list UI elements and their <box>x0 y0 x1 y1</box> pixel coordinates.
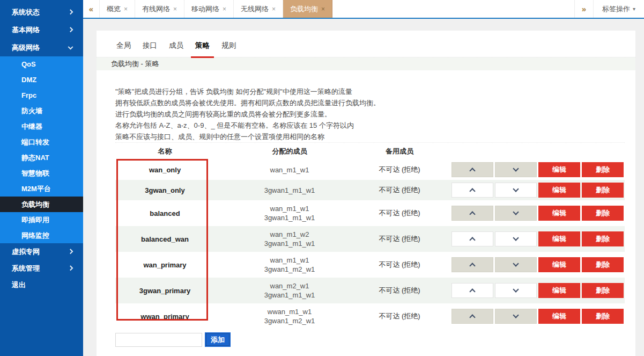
sidebar-item-网络监控[interactable]: 网络监控 <box>0 228 83 243</box>
close-icon[interactable]: × <box>223 5 226 13</box>
sidebar-item-负载均衡[interactable]: 负载均衡 <box>0 197 83 212</box>
edit-button[interactable]: 编辑 <box>538 257 580 272</box>
move-down-button[interactable] <box>495 183 537 198</box>
sidebar-item-退出[interactable]: 退出 <box>0 277 83 293</box>
move-up-button[interactable] <box>451 283 493 298</box>
sidebar-item-M2M平台[interactable]: M2M平台 <box>0 181 83 197</box>
tab-label: 移动网络 <box>191 4 219 14</box>
move-down-button[interactable] <box>495 162 537 177</box>
sidebar-item-QoS[interactable]: QoS <box>0 56 83 72</box>
section-tab-成员[interactable]: 成员 <box>164 41 189 57</box>
sidebar-item-防火墙[interactable]: 防火墙 <box>0 103 83 119</box>
tab-actions-dropdown[interactable]: 标签操作 ▾ <box>594 0 644 18</box>
chevron-right-icon <box>68 265 73 271</box>
member-name: 3gwan1_m1_w1 <box>214 290 365 300</box>
delete-button[interactable]: 删除 <box>582 309 624 324</box>
sidebar-item-中继器[interactable]: 中继器 <box>0 119 83 134</box>
tab-label: 有线网络 <box>142 4 170 14</box>
sidebar-item-即插即用[interactable]: 即插即用 <box>0 212 83 228</box>
section-tab-接口[interactable]: 接口 <box>137 41 162 57</box>
edit-button[interactable]: 编辑 <box>538 162 580 177</box>
member-name: 3gwan1_m1_w1 <box>214 239 365 248</box>
close-icon[interactable]: × <box>321 5 325 13</box>
sidebar-item-DMZ[interactable]: DMZ <box>0 72 83 88</box>
chevron-down-icon <box>513 235 519 241</box>
delete-button[interactable]: 删除 <box>582 283 624 298</box>
row-actions: 编辑删除 <box>451 283 624 298</box>
policy-name: wan_only <box>115 166 214 174</box>
scroll-tabs-right-button[interactable]: » <box>574 0 594 18</box>
sidebar-item-系统状态[interactable]: 系统状态 <box>0 3 83 21</box>
row-actions: 编辑删除 <box>451 162 624 177</box>
move-up-button[interactable] <box>451 183 493 198</box>
tab-移动网络[interactable]: 移动网络× <box>184 0 234 18</box>
edit-button[interactable]: 编辑 <box>538 183 580 198</box>
chevron-down-icon <box>513 209 519 215</box>
move-up-button[interactable] <box>451 309 493 324</box>
move-down-button[interactable] <box>495 309 537 324</box>
sidebar-item-高级网络[interactable]: 高级网络 <box>0 39 83 56</box>
edit-button[interactable]: 编辑 <box>538 283 580 298</box>
close-icon[interactable]: × <box>173 5 177 13</box>
tab-概览[interactable]: 概览× <box>100 0 135 18</box>
close-icon[interactable]: × <box>124 5 128 13</box>
new-policy-name-input[interactable] <box>115 333 202 347</box>
add-button[interactable]: 添加 <box>205 332 231 347</box>
table-row: wan_primarywan_m1_w13gwan1_m2_w1不可达 (拒绝)… <box>115 252 625 278</box>
table-row: wan_onlywan_m1_w1不可达 (拒绝)编辑删除 <box>115 159 625 180</box>
policy-members: 3gwan1_m1_w1 <box>214 186 365 195</box>
member-name: wan_m1_w1 <box>214 204 365 213</box>
scroll-tabs-left-button[interactable]: « <box>83 0 100 18</box>
caret-down-icon: ▾ <box>633 6 635 12</box>
tab-无线网络[interactable]: 无线网络× <box>234 0 283 18</box>
move-down-button[interactable] <box>495 283 537 298</box>
policy-name: 3gwan_primary <box>115 287 214 295</box>
policy-name: 3gwan_only <box>115 186 214 194</box>
tab-负载均衡[interactable]: 负载均衡× <box>283 0 332 18</box>
section-tab-策略[interactable]: 策略 <box>190 41 215 57</box>
delete-button[interactable]: 删除 <box>582 231 624 246</box>
sidebar-item-静态NAT[interactable]: 静态NAT <box>0 150 83 165</box>
sidebar-item-虚拟专网[interactable]: 虚拟专网 <box>0 243 83 260</box>
policy-description: "策略"把成员进行分组，告诉 负载均衡 如何分配"规则"中使用这一策略的流量拥有… <box>115 86 635 142</box>
delete-button[interactable]: 删除 <box>582 183 624 198</box>
table-row: wwan_primarywwan_m1_w13gwan1_m2_w1不可达 (拒… <box>115 303 625 329</box>
chevron-up-icon <box>469 188 475 194</box>
tab-label: 概览 <box>107 4 121 14</box>
breadcrumb: 负载均衡 - 策略 <box>97 57 635 70</box>
edit-button[interactable]: 编辑 <box>538 309 580 324</box>
chevron-down-icon <box>513 312 519 318</box>
sidebar-item-基本网络[interactable]: 基本网络 <box>0 21 83 39</box>
chevron-up-icon <box>469 211 475 217</box>
edit-button[interactable]: 编辑 <box>538 231 580 246</box>
table-row: balancedwan_m1_w13gwan1_m1_w1不可达 (拒绝)编辑删… <box>115 200 625 226</box>
sidebar-item-系统管理[interactable]: 系统管理 <box>0 260 83 277</box>
backup-member: 不可达 (拒绝) <box>365 311 434 321</box>
move-down-button[interactable] <box>495 206 537 221</box>
policy-members: wan_m1_w13gwan1_m1_w1 <box>214 204 365 222</box>
section-tab-全局[interactable]: 全局 <box>111 41 136 57</box>
edit-button[interactable]: 编辑 <box>538 206 580 221</box>
row-actions: 编辑删除 <box>451 309 624 324</box>
move-up-button[interactable] <box>451 206 493 221</box>
chevron-down-icon <box>68 44 73 49</box>
chevron-up-icon <box>469 288 475 294</box>
chevron-down-icon <box>513 286 519 292</box>
close-icon[interactable]: × <box>272 5 276 13</box>
sidebar-item-智慧物联[interactable]: 智慧物联 <box>0 165 83 181</box>
move-up-button[interactable] <box>451 231 493 246</box>
open-tabs-bar: « 概览×有线网络×移动网络×无线网络×负载均衡× » 标签操作 ▾ <box>83 0 644 19</box>
policy-members: wan_m1_w13gwan1_m2_w1 <box>214 256 365 274</box>
sidebar-item-端口转发[interactable]: 端口转发 <box>0 134 83 150</box>
delete-button[interactable]: 删除 <box>582 162 624 177</box>
delete-button[interactable]: 删除 <box>582 257 624 272</box>
move-down-button[interactable] <box>495 231 537 246</box>
delete-button[interactable]: 删除 <box>582 206 624 221</box>
move-down-button[interactable] <box>495 257 537 272</box>
move-up-button[interactable] <box>451 257 493 272</box>
section-tab-规则[interactable]: 规则 <box>216 41 241 57</box>
tab-有线网络[interactable]: 有线网络× <box>135 0 184 18</box>
sidebar-item-Frpc[interactable]: Frpc <box>0 88 83 103</box>
move-up-button[interactable] <box>451 162 493 177</box>
chevron-up-icon <box>469 314 475 320</box>
